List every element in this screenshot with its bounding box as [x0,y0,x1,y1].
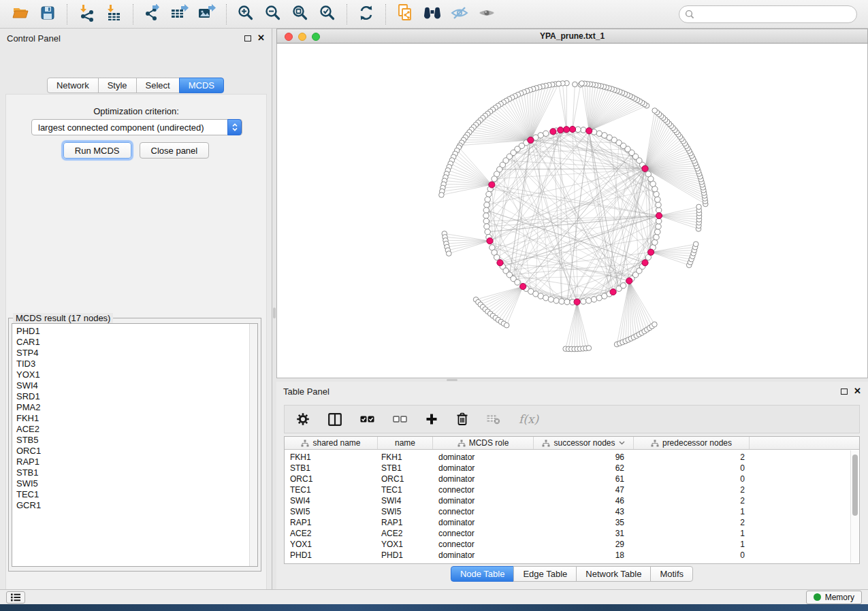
zoom-selected-icon [319,4,336,24]
table-row[interactable]: PHD1PHD1dominator180 [285,550,850,561]
result-list-scrollbar[interactable] [249,324,257,566]
deselect-all-button[interactable] [393,415,407,423]
close-panel-icon[interactable]: ✕ [257,35,265,42]
open-file-button[interactable] [7,3,34,26]
close-panel-icon[interactable]: ✕ [854,388,861,395]
mcds-result-item[interactable]: STP4 [12,348,257,359]
search-icon [685,10,694,22]
save-icon [39,5,56,24]
table-row[interactable]: RAP1RAP1dominator352 [285,517,850,528]
criterion-value: largest connected component (undirected) [38,122,204,133]
window-minimize-icon[interactable] [298,33,306,41]
node-table: shared name name MCDS role successor nod… [284,436,860,564]
export-table-button[interactable] [166,3,193,26]
tab-style[interactable]: Style [98,78,137,93]
mcds-result-item[interactable]: STB1 [12,467,257,478]
mcds-result-item[interactable]: FKH1 [12,413,257,424]
import-table-button[interactable] [100,3,127,26]
export-image-button[interactable] [193,3,221,26]
control-panel-header: Control Panel ✕ [0,29,272,48]
tab-motifs[interactable]: Motifs [650,566,693,582]
table-row[interactable]: ACE2ACE2connector311 [285,528,850,539]
mcds-result-item[interactable]: TEC1 [12,489,257,500]
delete-column-button[interactable] [456,412,468,426]
table-scrollbar[interactable] [850,450,858,563]
save-button[interactable] [34,3,61,26]
optimization-criterion-label: Optimization criterion: [6,106,266,116]
zoom-fit-button[interactable] [287,3,314,26]
select-all-button[interactable] [360,415,374,423]
table-row[interactable]: SWI4SWI4dominator462 [285,495,850,506]
memory-button[interactable]: Memory [806,591,862,604]
mcds-result-item[interactable]: YOX1 [12,369,257,380]
tab-mcds[interactable]: MCDS [179,78,224,93]
column-header-predecessor-nodes[interactable]: predecessor nodes [634,437,750,449]
zoom-selected-button[interactable] [314,3,341,26]
mcds-result-item[interactable]: PHD1 [12,326,257,337]
mcds-result-item[interactable]: RAP1 [12,457,257,467]
mcds-result-item[interactable]: ACE2 [12,424,257,435]
float-panel-icon[interactable] [841,389,848,395]
copy-network-button[interactable] [391,3,419,26]
mcds-result-item[interactable]: PMA2 [12,402,257,413]
column-header-name[interactable]: name [378,437,433,449]
mcds-result-item[interactable]: SWI4 [12,380,257,391]
tab-network[interactable]: Network [47,78,99,93]
close-panel-button[interactable]: Close panel [140,142,210,159]
binoculars-icon [422,5,443,24]
column-header-successor-nodes[interactable]: successor nodes [534,437,634,449]
window-maximize-icon[interactable] [312,33,320,41]
search-input[interactable] [679,5,857,23]
search-network-button[interactable] [419,3,446,26]
export-network-button[interactable] [139,3,166,26]
toolbar-separator [347,4,347,24]
table-row[interactable]: YOX1YOX1connector291 [285,539,850,550]
show-panel-menu-button[interactable] [6,591,25,604]
table-row[interactable]: ORC1ORC1dominator610 [285,474,850,484]
table-panel-tabs: Node Table Edge Table Network Table Moti… [276,566,868,582]
float-panel-icon[interactable] [244,35,251,42]
table-scrollbar-thumb[interactable] [852,455,858,516]
table-row[interactable]: STB1STB1dominator620 [285,463,850,474]
mcds-result-item[interactable]: SWI5 [12,478,257,489]
shared-column-icon [542,440,550,447]
mcds-result-item[interactable]: CAR1 [12,337,257,348]
sync-button[interactable] [353,3,380,26]
tab-edge-table[interactable]: Edge Table [513,566,577,582]
window-close-icon[interactable] [285,33,293,41]
show-graphics-button[interactable] [473,3,500,26]
table-row[interactable]: TEC1TEC1connector472 [285,484,850,495]
table-settings-button[interactable] [296,412,310,426]
mcds-result-item[interactable]: GCR1 [12,500,257,511]
network-window-titlebar[interactable]: YPA_prune.txt_1 [276,29,868,44]
table-row[interactable]: SWI5SWI5connector431 [285,506,850,517]
import-network-button[interactable] [73,3,100,26]
network-graph[interactable] [277,44,867,377]
mcds-result-list: PHD1 CAR1 STP4 TID3 YOX1 SWI4 SRD1 PMA2 … [12,323,258,567]
zoom-out-button[interactable] [259,3,287,26]
table-header-row: shared name name MCDS role successor nod… [285,437,859,450]
network-canvas[interactable] [276,44,868,378]
mcds-result-item[interactable]: ORC1 [12,446,257,457]
mcds-result-item[interactable]: STB5 [12,435,257,446]
hide-selected-button[interactable] [446,3,473,26]
mcds-result-item[interactable]: SRD1 [12,391,257,402]
tab-network-table[interactable]: Network Table [576,566,651,582]
toolbar-separator [226,4,227,24]
criterion-dropdown[interactable]: largest connected component (undirected) [31,119,242,135]
network-window-title: YPA_prune.txt_1 [277,31,867,41]
zoom-in-button[interactable] [232,3,259,26]
run-mcds-button[interactable]: Run MCDS [63,142,131,159]
column-header-mcds-role[interactable]: MCDS role [433,437,534,449]
mcds-result-item[interactable]: TID3 [12,359,257,369]
show-columns-button[interactable] [328,413,342,426]
tab-select[interactable]: Select [136,78,180,93]
control-panel-tabs: Network Style Select MCDS [0,78,272,93]
table-row[interactable]: FKH1FKH1dominator962 [285,452,850,463]
column-header-shared-name[interactable]: shared name [285,437,378,449]
add-column-button[interactable] [425,413,438,425]
tab-node-table[interactable]: Node Table [451,566,515,582]
export-image-icon [197,4,216,24]
delete-table-button[interactable] [487,414,500,425]
function-builder-button[interactable]: f(x) [519,412,539,426]
